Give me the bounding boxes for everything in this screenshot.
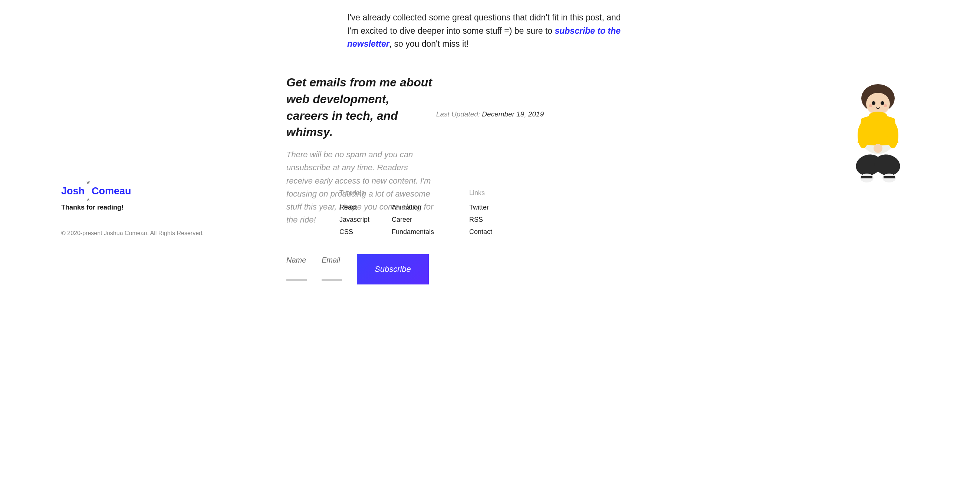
svg-point-3 [881,101,884,105]
svg-rect-16 [883,176,895,178]
name-label: Name [286,256,307,264]
nav-link-css[interactable]: CSS [339,228,369,236]
footer-left: Josh w ⋏ Comeau Thanks for reading! © 20… [61,186,204,237]
tutorials-column-1: Tutorials React Javascript CSS [339,189,369,240]
links-heading: Links [469,189,492,197]
nav-link-rss[interactable]: RSS [469,216,492,224]
last-updated: Last Updated: December 19, 2019 [0,110,980,118]
svg-point-7 [869,112,887,121]
svg-point-8 [858,122,869,148]
tutorials-heading: Tutorials [339,189,369,197]
article-paragraph: I've already collected some great questi… [347,11,633,51]
last-updated-date: December 19, 2019 [482,110,544,118]
avatar-illustration [850,83,906,187]
svg-point-9 [887,122,898,148]
newsletter-heading: Get emails from me about web development… [286,74,435,141]
svg-point-4 [869,104,872,107]
last-updated-label: Last Updated: [436,110,480,118]
email-label: Email [321,256,342,264]
thanks-text: Thanks for reading! [61,203,204,211]
logo-last-name: Comeau [92,186,131,197]
svg-point-5 [884,104,887,107]
email-field-wrapper: Email [321,256,342,281]
logo-w-decoration: w ⋏ [85,186,91,197]
email-input[interactable] [321,279,342,281]
svg-rect-15 [861,176,872,178]
footer-nav-tutorials: Tutorials React Javascript CSS Animation… [339,189,434,240]
article-content: I've already collected some great questi… [340,0,640,51]
name-field-wrapper: Name [286,256,307,281]
links-column: Links Twitter RSS Contact [469,189,492,240]
logo[interactable]: Josh w ⋏ Comeau [61,186,204,197]
nav-link-contact[interactable]: Contact [469,228,492,236]
logo-hat-icon: w [87,180,90,184]
name-input[interactable] [286,279,307,281]
copyright-text: © 2020-present Joshua Comeau. All Rights… [61,230,204,237]
nav-link-react[interactable]: React [339,203,369,211]
nav-link-fundamentals[interactable]: Fundamentals [392,228,434,236]
paragraph-text-after: , so you don't miss it! [390,39,469,49]
logo-first-name: Josh [61,186,84,197]
tutorials-column-2: Animation Career Fundamentals [392,189,434,240]
nav-link-career[interactable]: Career [392,216,434,224]
svg-point-2 [872,101,875,105]
footer-nav-links: Links Twitter RSS Contact [469,189,492,240]
logo-legs-icon: ⋏ [87,197,89,202]
svg-point-10 [873,144,883,153]
tutorials-spacer [392,189,434,197]
person-avatar-icon [850,83,906,187]
nav-link-javascript[interactable]: Javascript [339,216,369,224]
newsletter-form: Name Email Subscribe [286,256,429,284]
subscribe-button[interactable]: Subscribe [357,254,429,284]
nav-link-animation[interactable]: Animation [392,203,434,211]
nav-link-twitter[interactable]: Twitter [469,203,492,211]
